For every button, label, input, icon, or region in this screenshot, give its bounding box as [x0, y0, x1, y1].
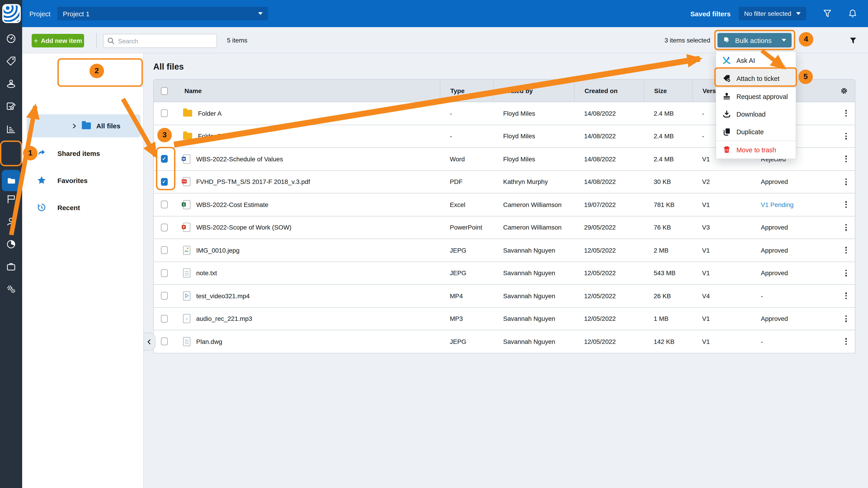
sidebar-item-favorites[interactable]: Favorites — [22, 169, 144, 192]
table-row[interactable]: ♪audio_rec_221.mp3MP3Savannah Nguyen12/0… — [154, 307, 855, 330]
row-checkbox[interactable] — [161, 315, 167, 323]
menu-item-ask-ai[interactable]: Ask AI — [716, 52, 796, 69]
search-box[interactable] — [103, 34, 217, 48]
project-select[interactable]: Project 1 — [57, 7, 268, 20]
row-kebab-menu-icon[interactable] — [844, 199, 848, 210]
table-filter-funnel-icon[interactable] — [847, 34, 860, 47]
rail-bar-chart-icon[interactable] — [0, 118, 22, 140]
search-input[interactable] — [118, 37, 213, 44]
column-header-created-on[interactable]: Created on — [574, 79, 644, 102]
filter-funnel-icon[interactable] — [821, 7, 834, 20]
row-checkbox[interactable] — [161, 224, 167, 231]
rail-user-pin-icon[interactable] — [0, 72, 22, 95]
notifications-bell-icon[interactable] — [846, 7, 859, 20]
select-all-checkbox[interactable] — [154, 79, 175, 102]
sidebar-item-recent[interactable]: Recent — [22, 196, 144, 219]
row-checkbox[interactable]: ✓ — [161, 155, 167, 163]
chevron-left-icon — [146, 338, 153, 345]
rail-gears-icon[interactable] — [0, 278, 22, 300]
duplicate-icon — [722, 127, 731, 136]
file-name-cell: Folder A — [175, 110, 440, 117]
sidebar-collapse-handle[interactable] — [144, 332, 156, 351]
stamp-icon — [722, 92, 731, 101]
created-by-cell: Savannah Nguyen — [493, 247, 574, 254]
row-kebab-menu-icon[interactable] — [844, 268, 848, 278]
file-type-cell: JEPG — [440, 269, 493, 277]
menu-item-duplicate[interactable]: Duplicate — [716, 123, 796, 140]
file-name: Folder A — [198, 110, 221, 117]
version-cell: V2 — [692, 178, 751, 186]
app-logo[interactable] — [2, 4, 21, 23]
rail-pie-chart-icon[interactable] — [0, 233, 22, 255]
sidebar-item-all-files[interactable]: All files — [27, 114, 141, 137]
created-by-cell: Savannah Nguyen — [493, 338, 574, 345]
rail-user-icon[interactable] — [0, 210, 22, 233]
row-kebab-menu-icon[interactable] — [844, 291, 848, 301]
row-checkbox[interactable] — [161, 132, 167, 140]
row-checkbox[interactable] — [161, 292, 167, 300]
column-header-type[interactable]: Type — [440, 79, 493, 102]
row-kebab-menu-icon[interactable] — [844, 154, 848, 164]
saved-filter-select[interactable]: No filter selected — [739, 7, 806, 20]
trash-icon — [722, 145, 731, 154]
file-name: WBS-2022-Cost Estimate — [196, 201, 268, 208]
column-header-created-by[interactable]: Crated by — [493, 79, 574, 102]
created-by-cell: Savannah Nguyen — [493, 315, 574, 322]
selected-count: 3 items selected — [664, 27, 710, 53]
row-kebab-menu-icon[interactable] — [844, 108, 848, 119]
row-checkbox[interactable] — [161, 269, 167, 277]
rail-tag-icon[interactable] — [0, 50, 22, 72]
file-name-cell: IMG_0010.jepg — [175, 246, 440, 255]
menu-item-label: Download — [737, 110, 766, 118]
menu-item-request-approval[interactable]: Request approval — [716, 88, 796, 105]
table-row[interactable]: IMG_0010.jepgJEPGSavannah Nguyen12/05/20… — [154, 239, 855, 262]
row-kebab-menu-icon[interactable] — [844, 131, 848, 141]
file-name-cell: PDFFVHD_PS-TM_S/S 2017-F 2018_v.3.pdf — [175, 177, 440, 186]
table-row[interactable]: ✓PDFFVHD_PS-TM_S/S 2017-F 2018_v.3.pdfPD… — [154, 170, 855, 193]
row-checkbox[interactable] — [161, 338, 167, 346]
status-cell: Approved — [751, 269, 817, 277]
bulk-actions-button[interactable]: Bulk actions — [717, 33, 792, 47]
sidebar-item-label: All files — [96, 122, 121, 130]
rail-clipboard-icon[interactable] — [0, 255, 22, 278]
folder-icon — [183, 110, 192, 117]
text-file-icon — [183, 269, 190, 278]
row-checkbox[interactable] — [161, 201, 167, 208]
add-new-item-button[interactable]: + Add new item — [32, 34, 84, 47]
table-row[interactable]: note.txtJEPGSavannah Nguyen12/05/2022543… — [154, 262, 855, 285]
menu-item-move-to-trash[interactable]: Move to trash — [716, 141, 796, 159]
column-header-size[interactable]: Size — [644, 79, 692, 102]
file-name: IMG_0010.jepg — [196, 247, 239, 254]
file-type-cell: MP4 — [440, 292, 493, 300]
column-settings-gear-icon[interactable] — [817, 79, 856, 102]
bulk-actions-menu: Ask AI Attach to ticket Request approval… — [716, 51, 796, 159]
row-kebab-menu-icon[interactable] — [844, 177, 848, 187]
menu-item-attach-to-ticket[interactable]: Attach to ticket — [716, 70, 796, 87]
column-header-name[interactable]: Name — [175, 79, 440, 102]
file-name: FVHD_PS-TM_S/S 2017-F 2018_v.3.pdf — [196, 178, 310, 186]
menu-item-label: Move to trash — [737, 146, 776, 153]
expand-chevron-icon[interactable] — [71, 123, 77, 129]
status-cell[interactable]: V1 Pending — [751, 201, 817, 208]
rail-files-folder-icon[interactable] — [2, 170, 20, 191]
table-row[interactable]: PWBS-2022-Scope of Work (SOW)PowerPointC… — [154, 216, 855, 239]
rail-document-edit-icon[interactable] — [0, 95, 22, 118]
table-row[interactable]: Plan.dwgJEPGSavannah Nguyen12/05/2022142… — [154, 330, 855, 353]
table-row[interactable]: XWBS-2022-Cost EstimateExcelCameron Will… — [154, 193, 855, 216]
download-icon — [722, 110, 731, 119]
table-row[interactable]: test_video321.mp4MP4Savannah Nguyen12/05… — [154, 285, 855, 307]
row-kebab-menu-icon[interactable] — [844, 222, 848, 232]
audio-file-icon: ♪ — [183, 314, 190, 323]
row-kebab-menu-icon[interactable] — [844, 336, 848, 347]
row-checkbox[interactable] — [161, 109, 167, 117]
sidebar-item-label: Favorites — [57, 176, 88, 184]
rail-dashboard-gauge-icon[interactable] — [0, 27, 22, 50]
row-kebab-menu-icon[interactable] — [844, 245, 848, 255]
row-kebab-menu-icon[interactable] — [844, 314, 848, 324]
file-name: Folder B — [198, 133, 222, 140]
menu-item-label: Attach to ticket — [737, 75, 779, 82]
sidebar-item-shared-items[interactable]: Shared items — [22, 142, 144, 164]
row-checkbox[interactable] — [161, 247, 167, 254]
menu-item-download[interactable]: Download — [716, 105, 796, 123]
row-checkbox[interactable]: ✓ — [161, 178, 167, 186]
